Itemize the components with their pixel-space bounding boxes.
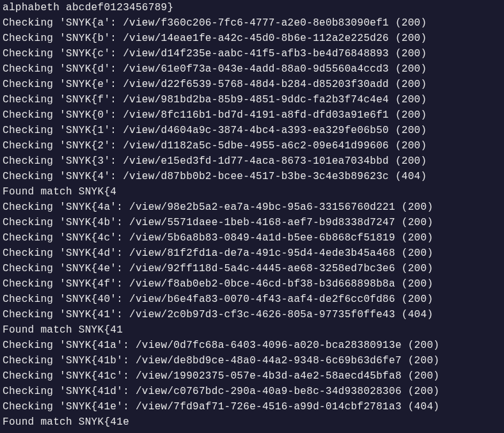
terminal-output: alphabeth abcdef0123456789} Checking 'SN…: [0, 0, 504, 430]
output-line: Checking 'SNYK{4e': /view/92ff118d-5a4c-…: [3, 261, 501, 276]
output-line: Checking 'SNYK{4c': /view/5b6a8b83-0849-…: [3, 230, 501, 246]
output-line: Checking 'SNYK{4d': /view/81f2fd1a-de7a-…: [3, 246, 501, 261]
output-line: Checking 'SNYK{4b': /view/5571daee-1beb-…: [3, 215, 501, 230]
output-line: Checking 'SNYK{41c': /view/19902375-057e…: [3, 368, 501, 384]
output-line: Checking 'SNYK{40': /view/b6e4fa83-0070-…: [3, 292, 501, 307]
output-line: Checking 'SNYK{a': /view/f360c206-7fc6-4…: [3, 15, 501, 31]
output-line: Found match SNYK{41: [3, 322, 501, 338]
output-line: Checking 'SNYK{41d': /view/c0767bdc-290a…: [3, 384, 501, 399]
output-line: Found match SNYK{4: [3, 184, 501, 200]
output-line: Checking 'SNYK{1': /view/d4604a9c-3874-4…: [3, 123, 501, 138]
output-line: Checking 'SNYK{4f': /view/f8ab0eb2-0bce-…: [3, 276, 501, 292]
output-line: Checking 'SNYK{2': /view/d1182a5c-5dbe-4…: [3, 138, 501, 154]
output-line: Checking 'SNYK{4a': /view/98e2b5a2-ea7a-…: [3, 200, 501, 215]
output-line: Checking 'SNYK{41': /view/2c0b97d3-cf3c-…: [3, 307, 501, 322]
output-line: Checking 'SNYK{3': /view/e15ed3fd-1d77-4…: [3, 154, 501, 169]
output-line: Checking 'SNYK{4': /view/d87bb0b2-bcee-4…: [3, 169, 501, 184]
output-line: Checking 'SNYK{41e': /view/7fd9af71-726e…: [3, 399, 501, 414]
output-line: Found match SNYK{41e: [3, 414, 501, 430]
output-line: Checking 'SNYK{c': /view/d14f235e-aabc-4…: [3, 46, 501, 61]
output-line: Checking 'SNYK{f': /view/981bd2ba-85b9-4…: [3, 92, 501, 107]
output-line: Checking 'SNYK{41a': /view/0d7fc68a-6403…: [3, 338, 501, 353]
output-line: Checking 'SNYK{b': /view/14eae1fe-a42c-4…: [3, 31, 501, 46]
output-line: Checking 'SNYK{0': /view/8fc116b1-bd7d-4…: [3, 107, 501, 123]
output-line: alphabeth abcdef0123456789}: [3, 0, 501, 15]
output-line: Checking 'SNYK{41b': /view/de8bd9ce-48a0…: [3, 353, 501, 368]
output-line: Checking 'SNYK{d': /view/61e0f73a-043e-4…: [3, 61, 501, 77]
output-line: Checking 'SNYK{e': /view/d22f6539-5768-4…: [3, 77, 501, 92]
